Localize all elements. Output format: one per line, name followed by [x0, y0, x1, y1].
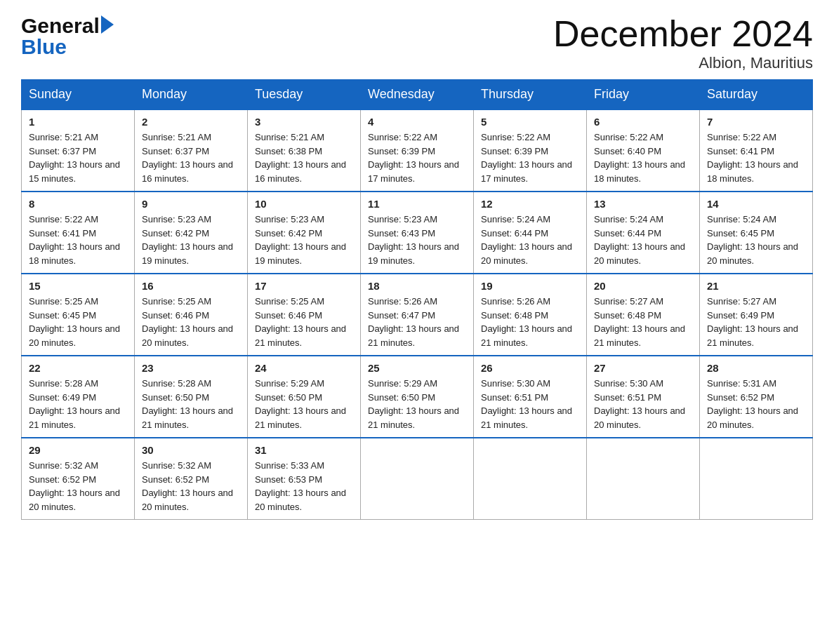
header-sunday: Sunday [22, 80, 135, 110]
day-number: 3 [255, 116, 353, 128]
calendar-cell: 13 Sunrise: 5:24 AM Sunset: 6:44 PM Dayl… [587, 192, 700, 274]
day-info: Sunrise: 5:23 AM Sunset: 6:42 PM Dayligh… [255, 213, 353, 267]
page-header: General Blue December 2024 Albion, Mauri… [21, 14, 813, 72]
calendar-cell: 29 Sunrise: 5:32 AM Sunset: 6:52 PM Dayl… [22, 438, 135, 520]
calendar-week-row: 22 Sunrise: 5:28 AM Sunset: 6:49 PM Dayl… [22, 356, 813, 438]
calendar-cell: 9 Sunrise: 5:23 AM Sunset: 6:42 PM Dayli… [135, 192, 248, 274]
logo-general-text: General [21, 14, 100, 38]
day-info: Sunrise: 5:22 AM Sunset: 6:39 PM Dayligh… [368, 130, 466, 185]
day-number: 25 [368, 362, 466, 374]
calendar-cell: 14 Sunrise: 5:24 AM Sunset: 6:45 PM Dayl… [700, 192, 813, 274]
day-number: 28 [707, 362, 805, 374]
calendar-cell: 23 Sunrise: 5:28 AM Sunset: 6:50 PM Dayl… [135, 356, 248, 438]
day-info: Sunrise: 5:29 AM Sunset: 6:50 PM Dayligh… [368, 377, 466, 431]
calendar-cell: 15 Sunrise: 5:25 AM Sunset: 6:45 PM Dayl… [22, 274, 135, 356]
calendar-cell: 7 Sunrise: 5:22 AM Sunset: 6:41 PM Dayli… [700, 109, 813, 192]
day-info: Sunrise: 5:25 AM Sunset: 6:46 PM Dayligh… [142, 295, 240, 349]
calendar-cell: 3 Sunrise: 5:21 AM Sunset: 6:38 PM Dayli… [248, 109, 361, 192]
calendar-cell [474, 438, 587, 520]
calendar-title: December 2024 [553, 14, 813, 54]
day-number: 24 [255, 362, 353, 374]
day-info: Sunrise: 5:33 AM Sunset: 6:53 PM Dayligh… [255, 459, 353, 514]
calendar-cell: 24 Sunrise: 5:29 AM Sunset: 6:50 PM Dayl… [248, 356, 361, 438]
calendar-cell: 5 Sunrise: 5:22 AM Sunset: 6:39 PM Dayli… [474, 109, 587, 192]
day-number: 16 [142, 280, 240, 292]
day-number: 11 [368, 198, 466, 210]
day-number: 13 [594, 198, 692, 210]
day-info: Sunrise: 5:31 AM Sunset: 6:52 PM Dayligh… [707, 377, 805, 431]
calendar-cell: 8 Sunrise: 5:22 AM Sunset: 6:41 PM Dayli… [22, 192, 135, 274]
day-info: Sunrise: 5:22 AM Sunset: 6:41 PM Dayligh… [29, 213, 127, 267]
day-number: 6 [594, 116, 692, 128]
calendar-cell: 31 Sunrise: 5:33 AM Sunset: 6:53 PM Dayl… [248, 438, 361, 520]
calendar-cell: 20 Sunrise: 5:27 AM Sunset: 6:48 PM Dayl… [587, 274, 700, 356]
calendar-cell: 12 Sunrise: 5:24 AM Sunset: 6:44 PM Dayl… [474, 192, 587, 274]
calendar-cell: 26 Sunrise: 5:30 AM Sunset: 6:51 PM Dayl… [474, 356, 587, 438]
calendar-cell: 19 Sunrise: 5:26 AM Sunset: 6:48 PM Dayl… [474, 274, 587, 356]
day-info: Sunrise: 5:29 AM Sunset: 6:50 PM Dayligh… [255, 377, 353, 431]
calendar-cell: 6 Sunrise: 5:22 AM Sunset: 6:40 PM Dayli… [587, 109, 700, 192]
day-number: 18 [368, 280, 466, 292]
day-number: 21 [707, 280, 805, 292]
calendar-cell: 2 Sunrise: 5:21 AM Sunset: 6:37 PM Dayli… [135, 109, 248, 192]
header-wednesday: Wednesday [361, 80, 474, 110]
calendar-table: Sunday Monday Tuesday Wednesday Thursday… [21, 79, 813, 520]
day-info: Sunrise: 5:32 AM Sunset: 6:52 PM Dayligh… [29, 459, 127, 514]
day-number: 22 [29, 362, 127, 374]
calendar-week-row: 29 Sunrise: 5:32 AM Sunset: 6:52 PM Dayl… [22, 438, 813, 520]
day-info: Sunrise: 5:21 AM Sunset: 6:37 PM Dayligh… [142, 130, 240, 185]
day-number: 23 [142, 362, 240, 374]
day-number: 7 [707, 116, 805, 128]
day-number: 12 [481, 198, 579, 210]
day-number: 17 [255, 280, 353, 292]
day-info: Sunrise: 5:27 AM Sunset: 6:48 PM Dayligh… [594, 295, 692, 349]
day-number: 31 [255, 444, 353, 456]
header-friday: Friday [587, 80, 700, 110]
day-number: 29 [29, 444, 127, 456]
day-info: Sunrise: 5:25 AM Sunset: 6:46 PM Dayligh… [255, 295, 353, 349]
calendar-cell: 10 Sunrise: 5:23 AM Sunset: 6:42 PM Dayl… [248, 192, 361, 274]
header-tuesday: Tuesday [248, 80, 361, 110]
day-info: Sunrise: 5:21 AM Sunset: 6:38 PM Dayligh… [255, 130, 353, 185]
day-number: 15 [29, 280, 127, 292]
calendar-cell: 4 Sunrise: 5:22 AM Sunset: 6:39 PM Dayli… [361, 109, 474, 192]
calendar-week-row: 8 Sunrise: 5:22 AM Sunset: 6:41 PM Dayli… [22, 192, 813, 274]
day-headers-row: Sunday Monday Tuesday Wednesday Thursday… [22, 80, 813, 110]
day-info: Sunrise: 5:22 AM Sunset: 6:41 PM Dayligh… [707, 130, 805, 185]
logo-arrow-icon [101, 15, 114, 34]
title-block: December 2024 Albion, Mauritius [553, 14, 813, 72]
day-number: 27 [594, 362, 692, 374]
day-number: 30 [142, 444, 240, 456]
calendar-cell: 21 Sunrise: 5:27 AM Sunset: 6:49 PM Dayl… [700, 274, 813, 356]
day-info: Sunrise: 5:22 AM Sunset: 6:40 PM Dayligh… [594, 130, 692, 185]
header-saturday: Saturday [700, 80, 813, 110]
day-info: Sunrise: 5:24 AM Sunset: 6:44 PM Dayligh… [481, 213, 579, 267]
logo: General Blue [21, 14, 114, 59]
day-number: 14 [707, 198, 805, 210]
day-info: Sunrise: 5:24 AM Sunset: 6:44 PM Dayligh… [594, 213, 692, 267]
calendar-cell [587, 438, 700, 520]
header-thursday: Thursday [474, 80, 587, 110]
day-number: 10 [255, 198, 353, 210]
day-info: Sunrise: 5:27 AM Sunset: 6:49 PM Dayligh… [707, 295, 805, 349]
day-number: 4 [368, 116, 466, 128]
calendar-cell: 27 Sunrise: 5:30 AM Sunset: 6:51 PM Dayl… [587, 356, 700, 438]
day-number: 2 [142, 116, 240, 128]
day-info: Sunrise: 5:22 AM Sunset: 6:39 PM Dayligh… [481, 130, 579, 185]
day-number: 1 [29, 116, 127, 128]
day-info: Sunrise: 5:28 AM Sunset: 6:50 PM Dayligh… [142, 377, 240, 431]
day-info: Sunrise: 5:24 AM Sunset: 6:45 PM Dayligh… [707, 213, 805, 267]
day-number: 19 [481, 280, 579, 292]
header-monday: Monday [135, 80, 248, 110]
day-number: 26 [481, 362, 579, 374]
day-info: Sunrise: 5:21 AM Sunset: 6:37 PM Dayligh… [29, 130, 127, 185]
calendar-cell: 25 Sunrise: 5:29 AM Sunset: 6:50 PM Dayl… [361, 356, 474, 438]
day-info: Sunrise: 5:30 AM Sunset: 6:51 PM Dayligh… [594, 377, 692, 431]
day-number: 20 [594, 280, 692, 292]
calendar-cell: 11 Sunrise: 5:23 AM Sunset: 6:43 PM Dayl… [361, 192, 474, 274]
calendar-cell [700, 438, 813, 520]
day-info: Sunrise: 5:32 AM Sunset: 6:52 PM Dayligh… [142, 459, 240, 514]
calendar-cell: 28 Sunrise: 5:31 AM Sunset: 6:52 PM Dayl… [700, 356, 813, 438]
day-info: Sunrise: 5:26 AM Sunset: 6:48 PM Dayligh… [481, 295, 579, 349]
calendar-week-row: 15 Sunrise: 5:25 AM Sunset: 6:45 PM Dayl… [22, 274, 813, 356]
